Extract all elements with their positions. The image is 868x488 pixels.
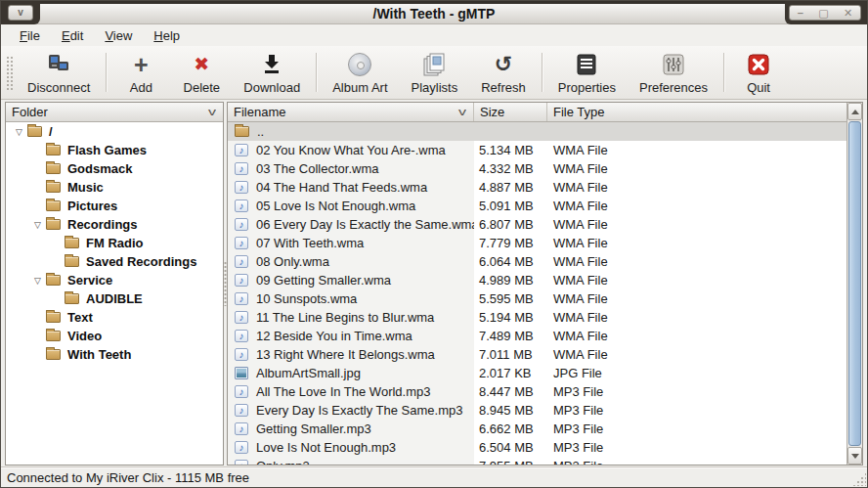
main-area: Folder v ▽ / ▽ Flash Games ▽ Godsmack ▽ … bbox=[1, 100, 867, 466]
file-row[interactable]: ♪ Only.mp3 7.955 MB MP3 File bbox=[228, 457, 846, 465]
toolbar-properties-button[interactable]: Properties bbox=[546, 49, 628, 96]
file-size: 5.091 MB bbox=[474, 197, 547, 215]
filetype-column-header[interactable]: File Type bbox=[547, 103, 846, 121]
folder-tree-item-audible[interactable]: ▽ AUDIBLE bbox=[6, 289, 223, 308]
file-row[interactable]: ♪ 06 Every Day Is Exactly the Same.wma 6… bbox=[228, 215, 846, 234]
folder-header-label: Folder bbox=[12, 105, 48, 119]
file-row[interactable]: ♪ 12 Beside You in Time.wma 7.489 MB WMA… bbox=[228, 327, 846, 345]
file-type bbox=[547, 122, 846, 141]
folder-name: FM Radio bbox=[86, 236, 144, 250]
folder-tree-item-with-teeth[interactable]: ▽ With Teeth bbox=[6, 345, 223, 364]
file-name: 09 Getting Smaller.wma bbox=[256, 273, 391, 288]
file-size: 8.447 MB bbox=[474, 382, 547, 401]
folder-icon bbox=[46, 200, 61, 211]
toolbar-add-button[interactable]: + Add bbox=[110, 49, 171, 96]
size-column-header[interactable]: Size bbox=[474, 103, 547, 121]
delete-icon: ✖ bbox=[194, 51, 209, 78]
menu-item-view[interactable]: View bbox=[96, 26, 141, 45]
minimize-button[interactable]: – bbox=[798, 8, 803, 19]
folder-tree-item-pictures[interactable]: ▽ Pictures bbox=[6, 197, 223, 215]
expander-triangle-icon[interactable]: ▽ bbox=[11, 127, 27, 137]
menu-item-help[interactable]: Help bbox=[145, 26, 189, 45]
arrow-down-icon bbox=[851, 454, 859, 459]
menu-item-edit[interactable]: Edit bbox=[53, 26, 92, 45]
file-name: AlbumArtSmall.jpg bbox=[256, 366, 361, 380]
file-row[interactable]: ♪ Love Is Not Enough.mp3 6.504 MB MP3 Fi… bbox=[228, 438, 846, 457]
toolbar-album-art-button[interactable]: Album Art bbox=[321, 49, 399, 96]
toolbar-disconnect-button[interactable]: Disconnect bbox=[16, 49, 102, 96]
file-row[interactable]: ♪ 07 With Teeth.wma 7.779 MB WMA File bbox=[228, 234, 846, 252]
folder-tree-item--[interactable]: ▽ / bbox=[6, 122, 223, 141]
folder-tree-item-service[interactable]: ▽ Service bbox=[6, 271, 223, 289]
folder-tree-item-flash-games[interactable]: ▽ Flash Games bbox=[6, 141, 223, 159]
file-name: 11 The Line Begins to Blur.wma bbox=[256, 310, 434, 325]
menubar: FileEditViewHelp bbox=[1, 24, 867, 46]
file-row[interactable]: ♪ 04 The Hand That Feeds.wma 4.887 MB WM… bbox=[228, 178, 846, 197]
toolbar-playlists-button[interactable]: Playlists bbox=[400, 49, 470, 96]
toolbar-preferences-button[interactable]: Preferences bbox=[628, 49, 719, 96]
folder-name: Text bbox=[67, 310, 93, 325]
album-art-icon bbox=[348, 51, 371, 78]
file-row[interactable]: ♪ 05 Love Is Not Enough.wma 5.091 MB WMA… bbox=[228, 197, 846, 215]
file-type: MP3 File bbox=[547, 382, 846, 401]
file-row[interactable]: ♪ 10 Sunspots.wma 5.595 MB WMA File bbox=[228, 289, 846, 308]
folder-icon bbox=[46, 145, 61, 155]
close-button[interactable]: ✕ bbox=[844, 8, 852, 19]
toolbar-separator bbox=[542, 53, 542, 92]
file-name: Only.mp3 bbox=[256, 459, 310, 465]
file-type: WMA File bbox=[547, 178, 846, 197]
toolbar-delete-button[interactable]: ✖ Delete bbox=[171, 49, 232, 96]
file-row[interactable]: ♪ 11 The Line Begins to Blur.wma 5.194 M… bbox=[228, 308, 846, 327]
scrollbar-thumb[interactable] bbox=[848, 121, 861, 446]
audio-icon: ♪ bbox=[235, 255, 248, 268]
folder-tree-item-godsmack[interactable]: ▽ Godsmack bbox=[6, 159, 223, 178]
file-row[interactable]: ♪ Getting Smaller.mp3 6.662 MB MP3 File bbox=[228, 420, 846, 438]
folder-icon bbox=[65, 238, 79, 248]
toolbar-grip-handle[interactable] bbox=[5, 55, 14, 90]
toolbar-quit-button[interactable]: Quit bbox=[728, 49, 789, 96]
file-row[interactable]: ♪ All The Love In The World.mp3 8.447 MB… bbox=[228, 382, 846, 401]
file-row[interactable]: AlbumArtSmall.jpg 2.017 KB JPG File bbox=[228, 364, 846, 382]
file-name: 07 With Teeth.wma bbox=[256, 236, 364, 250]
file-row[interactable]: ♪ 13 Right Where It Belongs.wma 7.011 MB… bbox=[228, 345, 846, 364]
file-row[interactable]: ♪ 02 You Know What You Are-.wma 5.134 MB… bbox=[228, 141, 846, 159]
scroll-down-button[interactable] bbox=[847, 447, 862, 465]
window-menu-button[interactable]: v bbox=[8, 5, 33, 21]
file-name: All The Love In The World.mp3 bbox=[256, 384, 430, 399]
folder-tree-item-fm-radio[interactable]: ▽ FM Radio bbox=[6, 234, 223, 252]
file-row[interactable]: ♪ 08 Only.wma 6.064 MB WMA File bbox=[228, 252, 846, 271]
filename-column-header[interactable]: Filename v bbox=[228, 103, 474, 121]
disconnect-icon bbox=[46, 51, 71, 78]
titlebar: v /With Teeth - gMTP – ▢ ✕ bbox=[1, 1, 867, 24]
file-size: 5.134 MB bbox=[474, 141, 547, 159]
file-size: 4.887 MB bbox=[474, 178, 547, 197]
folder-tree-item-text[interactable]: ▽ Text bbox=[6, 308, 223, 327]
download-icon bbox=[261, 51, 282, 78]
toolbar-download-button[interactable]: Download bbox=[232, 49, 312, 96]
folder-column-header[interactable]: Folder v bbox=[6, 103, 223, 122]
folder-tree-item-music[interactable]: ▽ Music bbox=[6, 178, 223, 197]
folder-tree-item-saved-recordings[interactable]: ▽ Saved Recordings bbox=[6, 252, 223, 271]
preferences-icon bbox=[661, 51, 686, 78]
audio-icon: ♪ bbox=[235, 237, 248, 249]
expander-triangle-icon[interactable]: ▽ bbox=[29, 276, 46, 286]
file-row[interactable]: ♪ Every Day Is Exactly The Same.mp3 8.94… bbox=[228, 401, 846, 420]
file-row[interactable]: .. bbox=[228, 122, 846, 141]
menu-item-file[interactable]: File bbox=[11, 26, 49, 45]
window-title: /With Teeth - gMTP bbox=[1, 3, 867, 22]
file-size: 4.332 MB bbox=[474, 159, 547, 178]
folder-tree-item-video[interactable]: ▽ Video bbox=[6, 327, 223, 345]
scroll-up-button[interactable] bbox=[847, 103, 862, 120]
file-row[interactable]: ♪ 03 The Collector.wma 4.332 MB WMA File bbox=[228, 159, 846, 178]
folder-tree-item-recordings[interactable]: ▽ Recordings bbox=[6, 215, 223, 234]
vertical-scrollbar[interactable] bbox=[846, 103, 862, 465]
file-size bbox=[474, 122, 547, 141]
file-row[interactable]: ♪ 09 Getting Smaller.wma 4.989 MB WMA Fi… bbox=[228, 271, 846, 289]
audio-icon: ♪ bbox=[235, 181, 248, 194]
resize-grip[interactable] bbox=[852, 472, 866, 486]
toolbar-refresh-button[interactable]: ↺ Refresh bbox=[469, 49, 538, 96]
file-size: 6.662 MB bbox=[474, 420, 547, 438]
folder-name: AUDIBLE bbox=[86, 291, 143, 306]
maximize-button[interactable]: ▢ bbox=[818, 8, 828, 19]
expander-triangle-icon[interactable]: ▽ bbox=[29, 220, 46, 230]
